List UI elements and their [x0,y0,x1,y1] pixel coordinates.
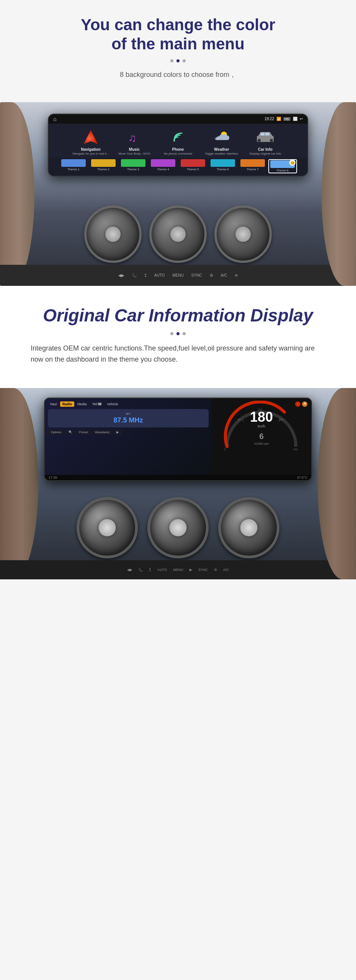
weather-svg [213,129,230,145]
ctrl2-signal: 1̄ [149,568,151,572]
vent-right [214,205,272,263]
ctrl2-back[interactable]: ◀▶ [127,568,132,572]
app-music[interactable]: ♫ Music Move Your Body - MYO [114,127,155,156]
vent-left [84,205,142,263]
theme-7-color [240,159,265,167]
tab-vehicle[interactable]: Vehicle [105,401,121,407]
tab-tel[interactable]: Tel/☎ [90,401,104,407]
music-label: Music [129,147,140,152]
theme-8[interactable]: 😊 Theme 8 [268,159,297,173]
navigation-sublabel: Navigate for you in real ti... [72,152,109,156]
screen2-timestamp: 17:35 37.5°C [45,475,311,480]
speedometer-svg: 180 km/h 6 X1000 rpm 0 [219,401,304,450]
hd-badge: HD [283,117,291,121]
ctrl-ac[interactable]: A/C [221,273,227,277]
theme-4[interactable]: Theme 4 [149,159,178,173]
bottom-tab-search[interactable]: 🔍 [65,430,75,435]
phone-label: Phone [172,147,184,152]
car-info-label: Car Info [258,147,273,152]
screen-icon: ⬜ [293,117,297,121]
wifi-icon: 📶 [276,117,281,121]
car-display-2: ! ⚑ Navi Radio Media Tel/☎ Vehicle MY [0,388,356,579]
ctrl2-auto[interactable]: AUTO [157,568,167,572]
vent2-right [218,497,279,558]
svg-text:180: 180 [250,409,273,425]
car-info-svg [255,130,275,144]
phone-sublabel: No phone connected [164,152,192,156]
ctrl-sync[interactable]: SYNC [191,273,202,277]
svg-text:♫: ♫ [128,132,136,144]
weather-sublabel: Toggle weather interface [205,152,238,156]
navigation-icon-container [79,127,102,147]
svg-text:6: 6 [259,432,263,440]
theme-4-label: Theme 4 [157,168,169,171]
dot2-1 [170,332,173,335]
ctrl-auto[interactable]: AUTO [154,273,165,277]
svg-line-16 [242,419,244,422]
car-background-2: ! ⚑ Navi Radio Media Tel/☎ Vehicle MY [0,388,356,579]
dot-2 [176,59,180,62]
car-display-1: ⌂ 19:22 📶 HD ⬜ ↩ [0,102,356,286]
weather-label: Weather [214,147,229,152]
svg-text:180: 180 [279,418,283,421]
bottom-tab-options[interactable]: Options [48,430,65,435]
ctrl-settings[interactable]: ⚙ [210,273,213,277]
bottom-tab-play[interactable]: ▶ [113,430,122,435]
theme-5[interactable]: Theme 5 [179,159,207,173]
ctrl-menu[interactable]: MENU [172,273,183,277]
ctrl2-settings[interactable]: ⚙ [214,568,217,572]
theme-6[interactable]: Theme 6 [209,159,237,173]
theme-2-label: Theme 2 [97,168,109,171]
tab-navi[interactable]: Navi [48,401,59,407]
ctrl2-phone[interactable]: 📞 [139,568,143,572]
section1-heading: You can change the color of the main men… [23,15,333,54]
theme-5-color [181,159,205,167]
screen-1: ⌂ 19:22 📶 HD ⬜ ↩ [48,114,308,177]
screen1-statusbar: ⌂ 19:22 📶 HD ⬜ ↩ [49,114,307,124]
control-bar-1: ◀▶ 📞 1̄ AUTO MENU SYNC ⚙ A/C ≋ [0,265,356,286]
theme-2[interactable]: Theme 2 [89,159,118,173]
svg-text:0: 0 [224,448,225,450]
theme-1-label: Theme 1 [67,168,80,171]
radio-frequency: 87.5 MHz [51,416,206,424]
section2-description: Integrates OEM car centric functions.The… [31,343,325,365]
section1-dots [23,59,333,62]
bottom-tab-preset[interactable]: Preset [76,430,91,435]
svg-rect-5 [258,139,261,142]
screen-2: ! ⚑ Navi Radio Media Tel/☎ Vehicle MY [44,398,312,481]
theme-1[interactable]: Theme 1 [59,159,88,173]
ctrl2-sync[interactable]: SYNC [198,568,208,572]
screen2-left-panel: ! ⚑ Navi Radio Media Tel/☎ Vehicle MY [45,398,212,475]
ctrl-mode[interactable]: ≋ [235,273,238,277]
bottom-tab-waveband[interactable]: Waveband [92,430,113,435]
theme-1-color [61,159,86,167]
svg-text:60: 60 [238,418,241,421]
svg-text:240: 240 [293,448,298,450]
back-icon[interactable]: ↩ [300,117,303,121]
radio-display: MY 87.5 MHz [48,409,209,427]
app-phone[interactable]: Phone No phone connected [157,127,199,156]
navigation-label: Navigation [81,147,100,152]
app-weather[interactable]: Weather Toggle weather interface [201,127,242,156]
svg-text:120: 120 [258,408,262,411]
phone-icon-container [167,127,189,147]
ctrl-back[interactable]: ◀▶ [118,273,124,277]
radio-station-placeholder: MY [51,412,206,416]
ctrl-phone[interactable]: 📞 [132,273,137,277]
svg-text:X1000 rpm: X1000 rpm [254,442,269,445]
ctrl2-menu[interactable]: MENU [173,568,183,572]
car-info-icon-container [254,127,277,147]
svg-text:km/h: km/h [258,424,265,428]
ctrl2-play[interactable]: ▶ [189,568,192,572]
tab-media[interactable]: Media [75,401,89,407]
ctrl2-ac[interactable]: A/C [223,568,229,572]
tab-radio[interactable]: Radio [60,401,74,407]
theme-5-label: Theme 5 [187,168,199,171]
home-icon[interactable]: ⌂ [53,116,56,122]
app-navigation[interactable]: Navigation Navigate for you in real ti..… [70,127,111,156]
section2-dots [31,332,325,335]
app-car-info[interactable]: Car Info Display original car info [245,127,286,156]
theme-3[interactable]: Theme 3 [119,159,148,173]
vent-center [149,205,207,263]
theme-7[interactable]: Theme 7 [238,159,267,173]
